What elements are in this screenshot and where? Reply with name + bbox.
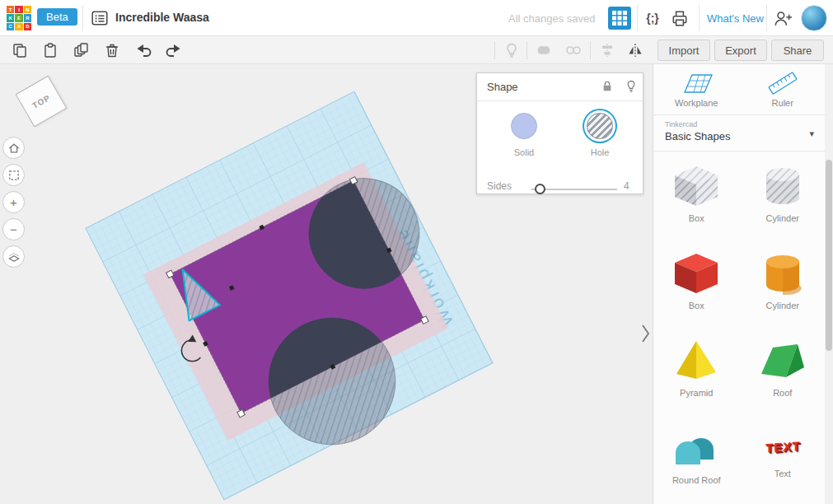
zoom-out-icon: − <box>10 222 17 236</box>
shape-item-label: Box <box>689 213 704 223</box>
shape-item-label: Pyramid <box>680 388 713 398</box>
header-divider <box>637 5 638 31</box>
workplane-tool-label: Workplane <box>675 98 718 108</box>
duplicate-icon[interactable] <box>73 42 90 58</box>
export-button[interactable]: Export <box>714 40 767 61</box>
perspective-toggle-button[interactable] <box>2 245 25 268</box>
shape-item-box-solid[interactable]: Box <box>653 240 740 328</box>
sides-label: Sides <box>487 180 512 192</box>
home-view-button[interactable] <box>2 137 25 159</box>
tinkercad-logo[interactable]: TIN KER CAD <box>7 6 31 30</box>
category-label: Basic Shapes <box>665 130 731 142</box>
view-cube-label: TOP <box>30 92 52 110</box>
shape-item-label: Cylinder <box>766 301 799 310</box>
delete-icon[interactable] <box>104 42 120 58</box>
shapes-sidebar: Workplane Ruler Tinkercad Basic Shapes ▾ <box>653 64 833 504</box>
design-menu-icon[interactable] <box>91 9 109 27</box>
panel-divider <box>477 100 643 101</box>
shape-item-cylinder-hole[interactable]: Cylinder <box>740 153 826 240</box>
toolbar-divider <box>494 41 495 59</box>
import-button[interactable]: Import <box>658 40 710 61</box>
app-header: TIN KER CAD Beta Incredible Waasa All ch… <box>0 0 833 36</box>
save-status: All changes saved <box>508 12 596 25</box>
shape-item-roof[interactable]: Roof <box>740 328 826 415</box>
shape-category-dropdown[interactable]: Tinkercad Basic Shapes ▾ <box>653 115 826 152</box>
text-shape-glyph: TEXT <box>765 439 800 455</box>
sidebar-tools-row: Workplane Ruler <box>653 64 826 115</box>
print-icon[interactable] <box>670 9 690 27</box>
shape-item-pyramid[interactable]: Pyramid <box>653 328 740 415</box>
avatar[interactable] <box>801 5 827 31</box>
visibility-bulb-icon[interactable] <box>625 80 638 93</box>
zoom-out-button[interactable]: − <box>2 218 25 240</box>
workplane-tool[interactable]: Workplane <box>653 64 740 114</box>
group-icon[interactable] <box>536 42 552 58</box>
zoom-in-button[interactable]: + <box>2 191 25 213</box>
share-button[interactable]: Share <box>771 40 824 61</box>
shape-item-round-roof[interactable]: Round Roof <box>653 415 740 502</box>
toolbar-divider <box>590 41 591 59</box>
dashboard-grid-button[interactable] <box>608 7 631 30</box>
sides-value: 4 <box>624 180 629 192</box>
sides-slider-knob[interactable] <box>535 184 545 194</box>
solid-label: Solid <box>499 147 549 157</box>
edit-toolbar: Import Export Share <box>0 36 833 64</box>
beta-badge: Beta <box>37 8 77 26</box>
modeling-canvas[interactable]: Workplane <box>0 64 653 504</box>
hole-label: Hole <box>575 147 625 157</box>
header-divider <box>766 5 767 31</box>
chevron-down-icon: ▾ <box>809 128 814 139</box>
zoom-in-icon: + <box>10 195 17 209</box>
shape-gallery: Box Cylinder <box>653 153 826 502</box>
scrollbar-thumb[interactable] <box>826 160 832 351</box>
shape-item-label: Box <box>689 301 704 310</box>
codeblocks-icon[interactable]: {;} <box>643 9 662 27</box>
fit-view-button[interactable] <box>2 164 25 186</box>
shape-item-label: Round Roof <box>672 475 721 485</box>
paste-icon[interactable] <box>42 42 58 58</box>
undo-icon[interactable] <box>136 42 152 58</box>
panel-title: Shape <box>487 81 518 93</box>
category-kicker: Tinkercad <box>665 120 697 128</box>
shape-inspector-panel: Shape Solid Hole Sides 4 <box>476 72 643 194</box>
shape-item-label: Roof <box>773 388 792 398</box>
design-title[interactable]: Incredible Waasa <box>115 11 209 24</box>
sidebar-collapse-icon[interactable] <box>640 323 652 344</box>
workplane-icon <box>678 71 714 96</box>
whats-new-link[interactable]: What's New <box>707 12 764 25</box>
mirror-icon[interactable] <box>627 42 643 58</box>
shape-item-box-hole[interactable]: Box <box>653 153 740 240</box>
toolbar-divider <box>526 41 527 59</box>
ruler-icon <box>765 71 801 96</box>
copy-icon[interactable] <box>12 42 28 58</box>
redo-icon[interactable] <box>165 42 181 58</box>
show-all-bulb-icon[interactable] <box>503 42 520 58</box>
solid-option[interactable] <box>511 113 537 139</box>
align-icon[interactable] <box>599 42 615 58</box>
lock-icon[interactable] <box>601 80 614 93</box>
ruler-tool-label: Ruler <box>772 98 793 108</box>
header-divider <box>699 5 700 31</box>
shape-item-label: Text <box>775 469 791 478</box>
tinkercad-app: TIN KER CAD Beta Incredible Waasa All ch… <box>0 0 833 504</box>
sidebar-scrollbar[interactable] <box>825 64 833 504</box>
ruler-tool[interactable]: Ruler <box>740 64 826 114</box>
shape-item-text[interactable]: TEXT Text <box>740 415 826 502</box>
ungroup-icon[interactable] <box>565 42 582 58</box>
shape-item-label: Cylinder <box>766 213 799 223</box>
invite-person-icon[interactable] <box>773 9 793 27</box>
hole-option-selected[interactable] <box>587 113 613 139</box>
shape-item-cylinder-solid[interactable]: Cylinder <box>740 240 826 328</box>
header-divider <box>82 5 83 31</box>
